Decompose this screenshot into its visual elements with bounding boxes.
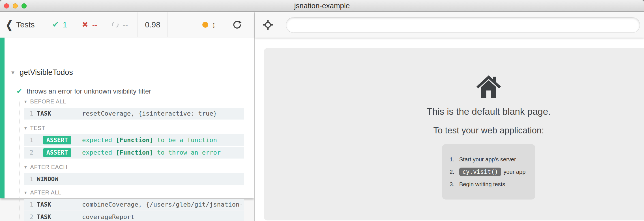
command-message: combineCoverage, {/users/gleb/git/jsnati…	[82, 199, 242, 211]
caret-down-icon: ▾	[24, 99, 27, 104]
step-number: 1.	[450, 156, 459, 163]
hook-indent-line	[19, 99, 20, 221]
pending-icon	[111, 21, 119, 29]
pending-count: --	[123, 20, 128, 29]
passed-icon: ✔	[52, 21, 59, 29]
url-input[interactable]	[286, 17, 640, 33]
chevron-left-icon: ❮	[6, 20, 13, 30]
blank-page-heading: This is the default blank page.	[373, 106, 605, 117]
failed-stat: ✖ --	[82, 20, 97, 29]
pending-stat: --	[112, 20, 128, 29]
test-passed-icon: ✔	[16, 88, 22, 95]
command-number: 1	[26, 173, 33, 185]
autoscroll-toggle[interactable]: ↕	[202, 12, 216, 37]
suite-header[interactable]: ▾ getVisibleTodos	[11, 68, 73, 77]
window-titlebar: jsnation-example	[0, 0, 644, 12]
hook-header-test[interactable]: ▾ TEST	[24, 125, 244, 131]
command-method: WINDOW	[37, 173, 58, 185]
crosshair-icon	[263, 20, 273, 30]
autoscroll-dot-icon	[202, 22, 208, 28]
back-to-tests-label: Tests	[16, 20, 35, 29]
command-row[interactable]: 2 ASSERT expected [Function] to throw an…	[24, 147, 244, 159]
code-badge: cy.visit()	[459, 168, 501, 176]
command-message: expected [Function] to be a function	[82, 134, 242, 146]
step-text: your app	[503, 169, 525, 175]
command-number: 2	[26, 211, 33, 221]
selector-playground-button[interactable]	[262, 20, 274, 31]
caret-down-icon: ▾	[24, 165, 27, 170]
instructions-box: 1. Start your app's server 2. cy.visit()…	[442, 144, 535, 200]
hook-name: TEST	[30, 125, 45, 131]
main-area: ❮ Tests ✔ 1 ✖ -- --	[0, 12, 644, 221]
command-message: resetCoverage, {isinteractive: true}	[82, 108, 242, 120]
window-title: jsnation-example	[0, 0, 644, 11]
test-title: throws an error for unknown visibility f…	[27, 87, 151, 95]
blank-page: This is the default blank page. To test …	[373, 48, 605, 200]
passed-stat: ✔ 1	[52, 20, 67, 29]
hook-header-after-all[interactable]: ▾ AFTER ALL	[24, 189, 244, 196]
assert-badge: ASSERT	[43, 136, 71, 144]
aut-frame: This is the default blank page. To test …	[264, 48, 644, 220]
command-row[interactable]: 2 TASK coverageReport	[24, 211, 244, 221]
command-row[interactable]: 1 ASSERT expected [Function] to be a fun…	[24, 134, 244, 146]
aut-header	[255, 12, 644, 38]
instruction-item: 2. cy.visit() your app	[450, 166, 530, 178]
refresh-icon	[232, 20, 242, 30]
hooks-list: ▾ BEFORE ALL 1 TASK resetCoverage, {isin…	[24, 98, 244, 221]
command-number: 1	[26, 108, 33, 120]
instruction-item: 1. Start your app's server	[450, 153, 530, 166]
assert-badge: ASSERT	[43, 148, 71, 157]
passed-count: 1	[63, 20, 67, 29]
step-text: Start your app's server	[459, 156, 516, 163]
step-text: Begin writing tests	[459, 181, 505, 188]
command-number: 2	[26, 147, 33, 159]
command-row[interactable]: 1 TASK combineCoverage, {/users/gleb/git…	[24, 199, 244, 211]
reporter-panel: ❮ Tests ✔ 1 ✖ -- --	[0, 12, 254, 221]
aut-panel: This is the default blank page. To test …	[255, 12, 644, 221]
suite-title: getVisibleTodos	[20, 68, 73, 77]
command-method: TASK	[37, 108, 51, 120]
assert-suffix: to throw an error	[153, 149, 221, 156]
updown-arrow-icon: ↕	[212, 20, 216, 30]
assert-prefix: expected	[82, 149, 116, 156]
command-row[interactable]: 1 WINDOW	[24, 173, 244, 185]
step-number: 2.	[450, 169, 459, 175]
command-message: coverageReport	[82, 211, 242, 221]
command-number: 1	[26, 134, 33, 146]
caret-down-icon: ▾	[24, 190, 27, 195]
hook-name: AFTER ALL	[30, 189, 61, 196]
step-number: 3.	[450, 181, 459, 188]
instruction-item: 3. Begin writing tests	[450, 178, 530, 190]
command-message: expected [Function] to throw an error	[82, 147, 242, 159]
blank-page-subheading: To test your web application:	[373, 125, 605, 136]
failed-count: --	[92, 20, 98, 29]
app-window: jsnation-example ❮ Tests ✔ 1 ✖	[0, 0, 644, 221]
spec-log-card: ▾ getVisibleTodos ✔ throws an error for …	[0, 38, 254, 198]
run-status-strip	[0, 38, 5, 198]
test-row[interactable]: ✔ throws an error for unknown visibility…	[16, 87, 151, 95]
assert-subject: [Function]	[116, 136, 153, 144]
hook-header-after-each[interactable]: ▾ AFTER EACH	[24, 164, 244, 170]
command-method: TASK	[37, 199, 51, 211]
failed-icon: ✖	[82, 21, 88, 29]
hook-name: BEFORE ALL	[30, 98, 66, 105]
hook-name: AFTER EACH	[30, 164, 68, 170]
command-number: 1	[26, 199, 33, 211]
reporter-toolbar: ❮ Tests ✔ 1 ✖ -- --	[0, 12, 254, 37]
hook-header-before-all[interactable]: ▾ BEFORE ALL	[24, 98, 244, 105]
duration-value: 0.98	[145, 20, 160, 29]
home-icon	[475, 74, 502, 99]
caret-down-icon: ▾	[24, 126, 27, 131]
command-row[interactable]: 1 TASK resetCoverage, {isinteractive: tr…	[24, 108, 244, 120]
assert-prefix: expected	[82, 136, 116, 144]
caret-down-icon: ▾	[11, 70, 14, 76]
back-to-tests-button[interactable]: ❮ Tests	[6, 12, 35, 37]
command-method: TASK	[37, 211, 51, 221]
assert-suffix: to be a function	[153, 136, 217, 144]
restart-tests-button[interactable]	[232, 12, 242, 37]
assert-subject: [Function]	[116, 149, 153, 156]
